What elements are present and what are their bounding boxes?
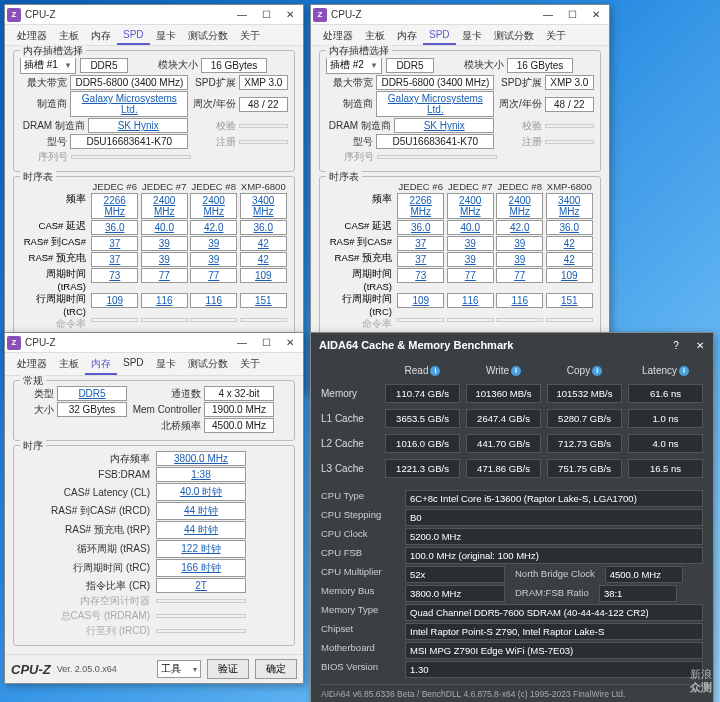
window-title: CPU-Z [331,9,537,20]
close-btn[interactable]: ✕ [585,7,607,23]
timing-row-label: 行周期时间 (tRC) [20,293,90,317]
week-label: 周次/年份 [188,97,235,111]
timing-value: 39 [141,252,188,267]
tab-graphics[interactable]: 显卡 [150,27,182,45]
mc-value: 1900.0 MHz [204,402,274,417]
dram-value[interactable]: SK Hynix [394,118,495,133]
slot-selection-group: 内存插槽选择 插槽 #1▼ DDR5 模块大小 16 GBytes 最大带宽 D… [13,50,295,172]
timing-row-label: 频率 [20,193,90,219]
maximize-btn[interactable]: ☐ [255,7,277,23]
titlebar[interactable]: AIDA64 Cache & Memory Benchmark ? ✕ [311,333,713,357]
bench-cell: 4.0 ns [628,434,703,453]
minimize-btn[interactable]: — [537,7,559,23]
tab-cpu[interactable]: 处理器 [317,27,359,45]
rank-value [545,124,594,128]
tab-graphics[interactable]: 显卡 [456,27,488,45]
timing-value [496,318,543,322]
tab-mainboard[interactable]: 主板 [359,27,391,45]
minimize-btn[interactable]: — [231,335,253,351]
module-label: 模块大小 [434,58,504,72]
tab-bench[interactable]: 测试分数 [182,27,234,45]
maximize-btn[interactable]: ☐ [561,7,583,23]
tab-spd[interactable]: SPD [423,27,456,45]
timing-row-label: 行周期时间 (tRC) [326,293,396,317]
tab-mainboard[interactable]: 主板 [53,27,85,45]
mfr-label: 制造商 [326,97,373,111]
nb-label: 北桥频率 [127,419,201,433]
timing-value: 36.0 [91,220,138,235]
close-btn[interactable]: ✕ [689,337,711,353]
type-value[interactable]: DDR5 [57,386,127,401]
tab-spd[interactable]: SPD [117,355,150,375]
timing-group: 时序 内存频率3800.0 MHzFSB:DRAM1:38CAS# Latenc… [13,445,295,646]
timing-value: 39 [190,236,237,251]
timing-value: 42 [546,236,593,251]
tab-memory[interactable]: 内存 [391,27,423,45]
part-label: 型号 [326,135,373,149]
tab-spd[interactable]: SPD [117,27,150,45]
slot-select[interactable]: 插槽 #2▼ [326,56,382,74]
timing-value: 77 [141,268,188,283]
tab-bench[interactable]: 测试分数 [488,27,540,45]
tools-dropdown[interactable]: 工具▾ [157,660,201,678]
info-value: Intel Raptor Point-S Z790, Intel Raptor … [405,623,703,640]
timing-value: 151 [240,293,287,308]
tab-memory[interactable]: 内存 [85,27,117,45]
info-value: 52x [405,566,505,583]
tab-cpu[interactable]: 处理器 [11,355,53,375]
timing-value: 37 [91,236,138,251]
timing-value: 122 时钟 [156,540,246,558]
info-value: Quad Channel DDR5-7600 SDRAM (40-44-44-1… [405,604,703,621]
benchmark-grid: Readi Writei Copyi Latencyi [321,365,703,376]
tab-bench[interactable]: 测试分数 [182,355,234,375]
timing-value: 116 [141,293,188,308]
tab-about[interactable]: 关于 [234,27,266,45]
info-value: 38:1 [599,585,677,602]
rank-value [239,124,288,128]
help-btn[interactable]: ? [665,337,687,353]
col-write: Writei [466,365,541,376]
slot-select[interactable]: 插槽 #1▼ [20,56,76,74]
info-icon[interactable]: i [511,366,521,376]
minimize-btn[interactable]: — [231,7,253,23]
info-icon[interactable]: i [679,366,689,376]
titlebar[interactable]: Z CPU-Z — ☐ ✕ [311,5,609,25]
close-btn[interactable]: ✕ [279,335,301,351]
bench-row-label: L2 Cache [321,434,379,453]
tab-about[interactable]: 关于 [540,27,572,45]
titlebar[interactable]: Z CPU-Z — ☐ ✕ [5,333,303,353]
info-value: B0 [405,509,703,526]
timing-value: 42 [240,236,287,251]
info-key: Memory Type [321,604,399,621]
info-icon[interactable]: i [592,366,602,376]
timing-value: 116 [447,293,494,308]
timing-row-label: RAS# 到CAS# [326,236,396,251]
week-label: 周次/年份 [494,97,541,111]
bench-cell: 471.86 GB/s [466,459,541,478]
aida-version-text: AIDA64 v6.85.6336 Beta / BenchDLL 4.6.87… [321,689,625,699]
tab-mainboard[interactable]: 主板 [53,355,85,375]
ok-button[interactable]: 确定 [255,659,297,679]
tab-about[interactable]: 关于 [234,355,266,375]
reg-value [545,140,594,144]
timing-value: 116 [190,293,237,308]
verify-button[interactable]: 验证 [207,659,249,679]
timing-legend: 时序表 [326,170,362,184]
tab-memory[interactable]: 内存 [85,355,117,375]
timing-value: 2400 MHz [141,193,188,219]
mfr-value[interactable]: Galaxy Microsystems Ltd. [70,91,188,117]
mfr-value[interactable]: Galaxy Microsystems Ltd. [376,91,494,117]
close-btn[interactable]: ✕ [279,7,301,23]
timing-value: 109 [91,293,138,308]
info-icon[interactable]: i [430,366,440,376]
maximize-btn[interactable]: ☐ [255,335,277,351]
cpuz-window-3: Z CPU-Z — ☐ ✕ 处理器 主板 内存 SPD 显卡 测试分数 关于 常… [4,332,304,684]
module-label: 模块大小 [128,58,198,72]
titlebar[interactable]: Z CPU-Z — ☐ ✕ [5,5,303,25]
tab-graphics[interactable]: 显卡 [150,355,182,375]
timing-value: 42.0 [496,220,543,235]
dram-value[interactable]: SK Hynix [88,118,189,133]
timing-value: 37 [397,236,444,251]
tab-cpu[interactable]: 处理器 [11,27,53,45]
bench-row-label: Memory [321,384,379,403]
